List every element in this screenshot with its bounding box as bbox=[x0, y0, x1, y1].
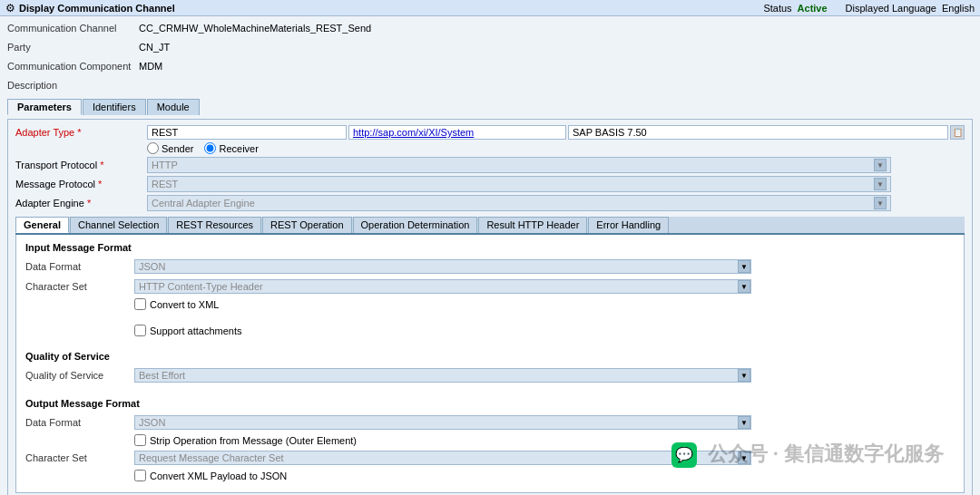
convert-to-xml-row: Convert to XML bbox=[134, 298, 955, 310]
communication-channel-label: Communication Channel bbox=[7, 23, 139, 34]
transport-protocol-value: HTTP bbox=[152, 160, 872, 170]
page-title: Display Communication Channel bbox=[19, 3, 175, 14]
output-data-format-select[interactable]: JSON ▼ bbox=[134, 415, 751, 430]
input-character-set-dropdown-arrow[interactable]: ▼ bbox=[738, 280, 750, 293]
title-bar: ⚙ Display Communication Channel Status A… bbox=[0, 0, 980, 16]
content-panel: Input Message Format Data Format JSON ▼ … bbox=[15, 235, 965, 493]
strip-operation-checkbox[interactable] bbox=[134, 434, 146, 446]
main-tabs: Parameters Identifiers Module bbox=[7, 99, 973, 115]
output-message-format-title: Output Message Format bbox=[25, 398, 955, 409]
output-data-format-dropdown-arrow[interactable]: ▼ bbox=[738, 416, 750, 429]
output-data-format-row: Data Format JSON ▼ bbox=[25, 414, 955, 431]
adapter-engine-row: Adapter Engine Central Adapter Engine ▼ bbox=[15, 195, 965, 211]
quality-of-service-select[interactable]: Best Effort ▼ bbox=[134, 368, 751, 383]
input-data-format-label: Data Format bbox=[25, 261, 134, 272]
description-label: Description bbox=[7, 80, 139, 91]
input-data-format-value: JSON bbox=[135, 260, 736, 273]
output-character-set-row: Character Set Request Message Character … bbox=[25, 450, 955, 466]
input-data-format-dropdown-arrow[interactable]: ▼ bbox=[738, 260, 750, 273]
status-label: Status bbox=[763, 3, 791, 14]
input-data-format-row: Data Format JSON ▼ bbox=[25, 258, 955, 275]
title-bar-right: Status Active Displayed Language English bbox=[763, 3, 975, 14]
quality-of-service-label: Quality of Service bbox=[25, 370, 134, 381]
adapter-engine-select[interactable]: Central Adapter Engine ▼ bbox=[147, 195, 891, 211]
communication-component-row: Communication Component MDM bbox=[7, 58, 973, 74]
adapter-engine-value: Central Adapter Engine bbox=[152, 198, 872, 209]
message-protocol-dropdown-arrow[interactable]: ▼ bbox=[874, 178, 887, 190]
transport-protocol-row: Transport Protocol HTTP ▼ bbox=[15, 157, 965, 173]
sub-tab-error-handling[interactable]: Error Handling bbox=[588, 217, 669, 233]
title-icon: ⚙ bbox=[5, 2, 15, 15]
tab-identifiers[interactable]: Identifiers bbox=[83, 99, 146, 115]
status-section: Status Active bbox=[763, 3, 827, 14]
adapter-engine-dropdown-arrow[interactable]: ▼ bbox=[874, 197, 887, 209]
parameters-panel: Adapter Type * REST http://sap.com/xi/XI… bbox=[7, 119, 973, 495]
output-data-format-value: JSON bbox=[135, 416, 736, 429]
convert-to-xml-checkbox[interactable] bbox=[134, 298, 146, 310]
communication-channel-row: Communication Channel CC_CRMHW_WholeMach… bbox=[7, 20, 973, 36]
copy-icon[interactable]: 📋 bbox=[950, 125, 965, 140]
strip-operation-row: Strip Operation from Message (Outer Elem… bbox=[134, 434, 955, 446]
communication-channel-value: CC_CRMHW_WholeMachineMaterials_REST_Send bbox=[139, 23, 371, 34]
sender-receiver-row: Sender Receiver bbox=[147, 142, 965, 154]
message-protocol-label: Message Protocol bbox=[15, 179, 147, 189]
adapter-type-label: Adapter Type * bbox=[15, 127, 147, 138]
main-content: Communication Channel CC_CRMHW_WholeMach… bbox=[0, 16, 980, 495]
quality-of-service-row: Quality of Service Best Effort ▼ bbox=[25, 367, 955, 383]
sender-radio[interactable] bbox=[147, 142, 159, 154]
quality-of-service-title: Quality of Service bbox=[25, 351, 955, 362]
sub-tabs: General Channel Selection REST Resources… bbox=[15, 217, 965, 235]
input-character-set-row: Character Set HTTP Content-Type Header ▼ bbox=[25, 278, 955, 295]
output-character-set-label: Character Set bbox=[25, 452, 134, 463]
communication-component-label: Communication Component bbox=[7, 61, 139, 72]
input-data-format-select[interactable]: JSON ▼ bbox=[134, 259, 751, 274]
convert-xml-payload-row: Convert XML Payload to JSON bbox=[134, 470, 955, 481]
support-attachments-label: Support attachments bbox=[150, 325, 242, 336]
message-protocol-select[interactable]: REST ▼ bbox=[147, 176, 891, 192]
language-value: English bbox=[942, 3, 975, 14]
sub-tab-general[interactable]: General bbox=[15, 217, 69, 233]
sub-tab-rest-resources[interactable]: REST Resources bbox=[168, 217, 261, 233]
output-character-set-dropdown-arrow[interactable]: ▼ bbox=[738, 451, 750, 464]
adapter-basis: SAP BASIS 7.50 bbox=[568, 125, 948, 140]
transport-protocol-dropdown-arrow[interactable]: ▼ bbox=[874, 159, 887, 171]
output-character-set-value: Request Message Character Set bbox=[135, 451, 736, 464]
receiver-radio[interactable] bbox=[204, 142, 216, 154]
sub-tab-channel-selection[interactable]: Channel Selection bbox=[70, 217, 167, 233]
message-protocol-value: REST bbox=[152, 179, 872, 189]
convert-to-xml-label: Convert to XML bbox=[150, 299, 219, 310]
output-character-set-select[interactable]: Request Message Character Set ▼ bbox=[134, 451, 751, 465]
transport-protocol-label: Transport Protocol bbox=[15, 160, 147, 170]
input-message-format-title: Input Message Format bbox=[25, 242, 955, 253]
description-row: Description bbox=[7, 77, 973, 93]
status-value: Active bbox=[798, 3, 828, 14]
tab-parameters[interactable]: Parameters bbox=[7, 99, 82, 115]
strip-operation-label: Strip Operation from Message (Outer Elem… bbox=[150, 435, 357, 446]
tab-module[interactable]: Module bbox=[147, 99, 200, 115]
support-attachments-row: Support attachments bbox=[134, 325, 955, 336]
quality-of-service-dropdown-arrow[interactable]: ▼ bbox=[738, 369, 750, 382]
transport-protocol-select[interactable]: HTTP ▼ bbox=[147, 157, 891, 173]
input-character-set-value: HTTP Content-Type Header bbox=[135, 280, 736, 293]
support-attachments-checkbox[interactable] bbox=[134, 325, 146, 336]
input-character-set-label: Character Set bbox=[25, 281, 134, 292]
language-section: Displayed Language English bbox=[846, 3, 975, 14]
language-label: Displayed Language bbox=[846, 3, 936, 14]
sub-tab-result-http-header[interactable]: Result HTTP Header bbox=[478, 217, 587, 233]
convert-xml-payload-checkbox[interactable] bbox=[134, 470, 146, 481]
adapter-engine-label: Adapter Engine bbox=[15, 198, 147, 209]
title-bar-left: ⚙ Display Communication Channel bbox=[5, 2, 175, 15]
sub-tab-operation-determination[interactable]: Operation Determination bbox=[353, 217, 478, 233]
output-data-format-label: Data Format bbox=[25, 417, 134, 428]
receiver-radio-label[interactable]: Receiver bbox=[204, 142, 258, 154]
quality-of-service-value: Best Effort bbox=[135, 369, 736, 382]
adapter-type-value: REST bbox=[147, 125, 347, 140]
input-character-set-select[interactable]: HTTP Content-Type Header ▼ bbox=[134, 279, 751, 294]
sender-radio-label[interactable]: Sender bbox=[147, 142, 193, 154]
adapter-type-row: Adapter Type * REST http://sap.com/xi/XI… bbox=[15, 125, 965, 140]
party-value: CN_JT bbox=[139, 42, 170, 53]
party-label: Party bbox=[7, 42, 139, 53]
sub-tab-rest-operation[interactable]: REST Operation bbox=[262, 217, 352, 233]
party-row: Party CN_JT bbox=[7, 39, 973, 55]
message-protocol-row: Message Protocol REST ▼ bbox=[15, 176, 965, 192]
